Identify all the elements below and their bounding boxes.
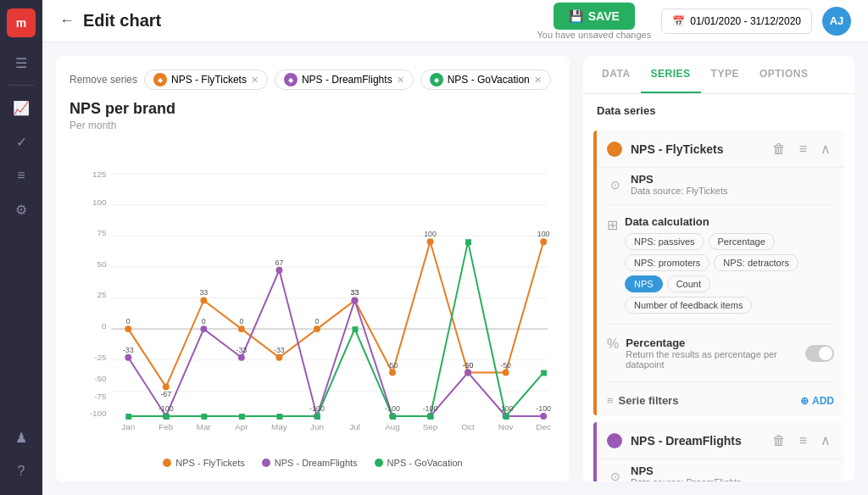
sidebar-icon-menu[interactable]: ☰	[6, 47, 36, 78]
dot	[163, 383, 170, 390]
dot	[238, 325, 245, 332]
tab-series[interactable]: SERIES	[641, 56, 701, 93]
tab-type[interactable]: TYPE	[701, 56, 749, 93]
svg-text:-25: -25	[94, 353, 107, 362]
svg-text:100: 100	[424, 230, 437, 238]
svg-text:-50: -50	[463, 361, 474, 370]
chart-legend: NPS - FlyTickets NPS - DreamFlights NPS …	[70, 458, 556, 468]
tag-nps-passives[interactable]: NPS: passives	[625, 233, 704, 250]
series-title-flytickets: NPS - FlyTickets	[607, 142, 723, 157]
data-calc-section: ⊞ Data calculation NPS: passives Percent…	[597, 209, 844, 320]
filters-icon: ≡	[607, 394, 614, 407]
svg-text:-100: -100	[536, 404, 551, 413]
tag-nps-detractors[interactable]: NPS: detractors	[714, 254, 798, 271]
svg-text:-50: -50	[387, 361, 398, 370]
remove-dreamflights-icon[interactable]: ✕	[397, 75, 404, 86]
dot	[200, 325, 207, 332]
sidebar-icon-check[interactable]: ✓	[6, 126, 36, 157]
series-card-flytickets-header: NPS - FlyTickets 🗑 ≡ ∧	[597, 131, 844, 167]
chart-panel: Remove series ◆ NPS - FlyTickets ✕ ◆ NPS…	[56, 56, 570, 481]
sidebar-icon-settings[interactable]: ⚙	[6, 194, 36, 225]
reorder-series-button[interactable]: ≡	[796, 140, 810, 159]
svg-text:0: 0	[314, 317, 319, 325]
add-icon: ⊕	[800, 395, 809, 407]
delete-dreamflights-button[interactable]: 🗑	[769, 431, 789, 450]
page-title: Edit chart	[83, 11, 161, 31]
sidebar-logo[interactable]: m	[7, 8, 36, 37]
tag-percentage[interactable]: Percentage	[709, 233, 775, 250]
tag-feedback-items[interactable]: Number of feedback items	[625, 297, 752, 314]
svg-text:Aug: Aug	[385, 422, 400, 431]
sidebar-icon-help[interactable]: ?	[6, 456, 36, 487]
svg-text:-33: -33	[123, 346, 134, 354]
date-range-button[interactable]: 📅 01/01/2020 - 31/12/2020	[661, 8, 812, 34]
unsaved-text: You have unsaved changes	[537, 30, 651, 40]
dot-rect	[164, 414, 170, 420]
sidebar: m ☰ 📈 ✓ ≡ ⚙ ♟ ?	[0, 0, 42, 495]
series-tag-flytickets[interactable]: ◆ NPS - FlyTickets ✕	[144, 70, 268, 90]
svg-text:Jun: Jun	[310, 422, 324, 431]
legend-flytickets: NPS - FlyTickets	[163, 458, 245, 468]
dot	[540, 238, 547, 245]
svg-text:Jan: Jan	[121, 422, 135, 431]
chart-svg-container: 125 100 75 50 25 0 -25 -50 -75 -100 Jan …	[70, 140, 556, 451]
svg-text:-33: -33	[236, 346, 247, 354]
dot-rect	[428, 414, 434, 420]
svg-text:-75: -75	[94, 392, 107, 401]
svg-text:-50: -50	[500, 361, 511, 370]
collapse-series-button[interactable]: ∧	[817, 139, 834, 159]
user-avatar[interactable]: AJ	[822, 7, 851, 36]
add-filter-button[interactable]: ⊕ ADD	[800, 395, 834, 407]
dreamflights-icon: ◆	[288, 76, 293, 84]
series-title-dreamflights: NPS - DreamFlights	[607, 433, 742, 448]
series-card-dreamflights: NPS - DreamFlights 🗑 ≡ ∧ ⊙ NPS	[593, 422, 844, 481]
svg-text:0: 0	[102, 321, 107, 331]
svg-text:33: 33	[351, 289, 359, 298]
data-series-label: Data series	[583, 94, 854, 124]
svg-text:-67: -67	[160, 390, 171, 398]
dot	[503, 370, 509, 376]
dot	[314, 325, 320, 332]
reorder-dreamflights-button[interactable]: ≡	[796, 431, 810, 450]
svg-text:0: 0	[239, 317, 243, 325]
percentage-toggle[interactable]	[805, 345, 834, 362]
header: ← Edit chart 💾 SAVE You have unsaved cha…	[42, 0, 868, 42]
chart-subtitle: Per month	[70, 120, 556, 131]
collapse-dreamflights-button[interactable]: ∧	[817, 431, 834, 450]
chart-svg: 125 100 75 50 25 0 -25 -50 -75 -100 Jan …	[70, 140, 556, 451]
svg-text:0: 0	[126, 317, 131, 325]
back-button[interactable]: ←	[59, 12, 75, 30]
svg-text:Mar: Mar	[197, 422, 212, 431]
svg-text:-100: -100	[423, 404, 438, 413]
sidebar-icon-activity[interactable]: ♟	[6, 422, 36, 453]
dot-rect	[239, 414, 245, 420]
svg-text:Oct: Oct	[461, 422, 475, 431]
dot	[540, 413, 547, 420]
dot-rect	[353, 326, 359, 332]
chart-title: NPS per brand	[70, 100, 556, 118]
svg-text:-100: -100	[90, 409, 107, 418]
svg-text:Feb: Feb	[159, 422, 174, 431]
remove-flytickets-icon[interactable]: ✕	[251, 75, 259, 86]
svg-text:Sep: Sep	[423, 422, 438, 431]
tab-data[interactable]: DATA	[592, 56, 641, 93]
series-card-flytickets: NPS - FlyTickets 🗑 ≡ ∧ ⊙ NPS	[593, 131, 844, 415]
delete-series-button[interactable]: 🗑	[769, 140, 789, 159]
sidebar-icon-chart[interactable]: 📈	[6, 92, 36, 123]
tag-nps-promoters[interactable]: NPS: promoters	[625, 254, 709, 271]
series-tag-govacation[interactable]: ◆ NPS - GoVacation ✕	[420, 70, 551, 90]
data-calc-tags: NPS: passives Percentage NPS: promoters …	[625, 233, 834, 314]
header-left: ← Edit chart	[59, 11, 161, 31]
sidebar-icon-list[interactable]: ≡	[6, 160, 36, 191]
tag-count[interactable]: Count	[667, 275, 710, 292]
tab-options[interactable]: OPTIONS	[749, 56, 819, 93]
dot-rect	[276, 414, 282, 420]
flytickets-line	[128, 242, 543, 387]
tag-nps[interactable]: NPS	[625, 275, 663, 292]
svg-text:-50: -50	[94, 374, 107, 383]
series-tag-dreamflights[interactable]: ◆ NPS - DreamFlights ✕	[275, 70, 414, 90]
series-card-dreamflights-header: NPS - DreamFlights 🗑 ≡ ∧	[597, 422, 844, 459]
remove-govacation-icon[interactable]: ✕	[534, 75, 542, 86]
legend-dreamflights: NPS - DreamFlights	[262, 458, 358, 468]
save-button[interactable]: 💾 SAVE	[554, 3, 635, 30]
